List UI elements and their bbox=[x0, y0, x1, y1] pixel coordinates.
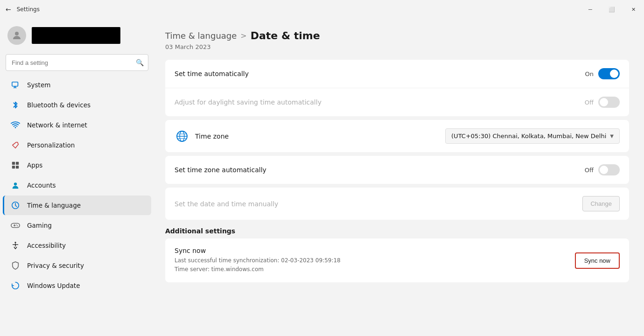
svg-point-0 bbox=[15, 32, 19, 35]
search-input[interactable] bbox=[6, 54, 148, 71]
sync-now-button[interactable]: Sync now bbox=[575, 252, 620, 269]
manual-time-card: Set the date and time manually Change bbox=[165, 188, 629, 220]
timezone-icon bbox=[175, 129, 189, 144]
accessibility-icon bbox=[10, 240, 21, 251]
svg-rect-5 bbox=[12, 162, 15, 165]
sidebar-item-label: Privacy & security bbox=[27, 262, 84, 269]
breadcrumb: Time & language > Date & time bbox=[165, 30, 629, 42]
app-title: Settings bbox=[17, 6, 40, 13]
daylight-saving-toggle[interactable] bbox=[598, 97, 620, 108]
breadcrumb-separator: > bbox=[240, 31, 246, 40]
sidebar-item-label: System bbox=[27, 81, 50, 89]
sync-last-sync: Last successful time synchronization: 02… bbox=[175, 256, 341, 265]
chevron-down-icon: ▼ bbox=[610, 133, 614, 139]
set-time-auto-toggle[interactable] bbox=[598, 68, 620, 79]
svg-rect-6 bbox=[16, 162, 19, 165]
sidebar-item-label: Gaming bbox=[27, 222, 52, 229]
minimize-button[interactable]: ─ bbox=[580, 0, 601, 19]
toggle-track bbox=[598, 68, 620, 79]
svg-rect-7 bbox=[12, 166, 15, 168]
daylight-saving-label: Adjust for daylight saving time automati… bbox=[175, 98, 322, 106]
timezone-dropdown[interactable]: (UTC+05:30) Chennai, Kolkata, Mumbai, Ne… bbox=[445, 128, 620, 144]
sidebar-item-label: Apps bbox=[27, 161, 42, 169]
personalization-icon bbox=[10, 140, 21, 150]
set-time-auto-toggle-label: On bbox=[585, 70, 594, 77]
gaming-icon bbox=[10, 220, 21, 231]
svg-point-14 bbox=[14, 242, 16, 243]
sync-info: Sync now Last successful time synchroniz… bbox=[175, 247, 341, 274]
sidebar-item-label: Windows Update bbox=[27, 282, 80, 289]
sidebar-item-label: Bluetooth & devices bbox=[27, 101, 91, 109]
set-time-auto-row: Set time automatically On bbox=[165, 60, 629, 88]
nav-list: System Bluetooth & devices bbox=[0, 75, 154, 296]
set-timezone-auto-card: Set time zone automatically Off bbox=[165, 156, 629, 184]
timezone-value: (UTC+05:30) Chennai, Kolkata, Mumbai, Ne… bbox=[451, 133, 606, 140]
avatar bbox=[7, 26, 26, 45]
sidebar-item-label: Accounts bbox=[27, 182, 56, 189]
set-timezone-toggle-label: Off bbox=[585, 167, 594, 174]
content-area: Time & language > Date & time 03 March 2… bbox=[154, 19, 644, 336]
manual-time-label: Set the date and time manually bbox=[175, 200, 278, 208]
sidebar-item-accounts[interactable]: Accounts bbox=[3, 175, 151, 195]
search-box: 🔍 bbox=[6, 54, 148, 71]
daylight-saving-toggle-label: Off bbox=[585, 99, 594, 106]
sidebar-item-bluetooth[interactable]: Bluetooth & devices bbox=[3, 95, 151, 115]
sync-server: Time server: time.windows.com bbox=[175, 265, 341, 274]
toggle-thumb bbox=[600, 166, 608, 174]
toggle-track bbox=[598, 97, 620, 108]
sidebar-item-apps[interactable]: Apps bbox=[3, 155, 151, 175]
set-timezone-auto-control: Off bbox=[585, 164, 620, 175]
sidebar-item-personalization[interactable]: Personalization bbox=[3, 135, 151, 155]
maximize-button[interactable]: ⬜ bbox=[601, 0, 623, 19]
set-time-auto-control: On bbox=[585, 68, 620, 79]
set-timezone-auto-label: Set time zone automatically bbox=[175, 166, 266, 174]
sidebar-item-system[interactable]: System bbox=[3, 75, 151, 95]
sidebar-item-privacy[interactable]: Privacy & security bbox=[3, 256, 151, 275]
toggle-thumb bbox=[610, 70, 618, 78]
sidebar-item-update[interactable]: Windows Update bbox=[3, 276, 151, 295]
sidebar-item-label: Personalization bbox=[27, 141, 75, 149]
daylight-saving-row: Adjust for daylight saving time automati… bbox=[165, 88, 629, 116]
svg-point-9 bbox=[14, 182, 17, 185]
window-controls: ─ ⬜ ✕ bbox=[580, 0, 644, 19]
search-icon: 🔍 bbox=[136, 59, 144, 66]
back-icon[interactable]: ← bbox=[6, 6, 11, 13]
breadcrumb-current: Date & time bbox=[251, 30, 320, 42]
page-date: 03 March 2023 bbox=[165, 43, 629, 50]
breadcrumb-parent[interactable]: Time & language bbox=[165, 31, 237, 41]
timezone-left: Time zone bbox=[175, 129, 229, 144]
sync-card: Sync now Last successful time synchroniz… bbox=[165, 238, 629, 282]
sync-title: Sync now bbox=[175, 247, 341, 254]
timezone-card: Time zone (UTC+05:30) Chennai, Kolkata, … bbox=[165, 120, 629, 152]
sidebar: 🔍 System Blu bbox=[0, 19, 154, 336]
toggle-track bbox=[598, 164, 620, 175]
close-button[interactable]: ✕ bbox=[623, 0, 644, 19]
svg-point-13 bbox=[17, 225, 18, 226]
manual-time-row: Set the date and time manually Change bbox=[165, 188, 629, 220]
change-button[interactable]: Change bbox=[582, 196, 620, 211]
svg-rect-2 bbox=[14, 87, 16, 88]
network-icon bbox=[10, 120, 21, 130]
toggle-thumb bbox=[600, 98, 608, 106]
profile-section bbox=[0, 19, 154, 52]
svg-point-12 bbox=[16, 224, 17, 225]
privacy-icon bbox=[10, 260, 21, 271]
bluetooth-icon bbox=[10, 100, 21, 110]
set-timezone-auto-toggle[interactable] bbox=[598, 164, 620, 175]
timezone-label: Time zone bbox=[195, 133, 229, 140]
update-icon bbox=[10, 280, 21, 291]
sidebar-item-accessibility[interactable]: Accessibility bbox=[3, 236, 151, 255]
set-timezone-auto-row: Set time zone automatically Off bbox=[165, 156, 629, 184]
svg-rect-3 bbox=[14, 87, 17, 88]
time-icon bbox=[10, 200, 21, 210]
svg-rect-8 bbox=[16, 166, 19, 168]
svg-rect-1 bbox=[12, 82, 18, 86]
system-icon bbox=[10, 80, 21, 90]
sidebar-item-gaming[interactable]: Gaming bbox=[3, 216, 151, 235]
svg-point-4 bbox=[15, 127, 16, 128]
daylight-saving-control: Off bbox=[585, 97, 620, 108]
titlebar: ← Settings ─ ⬜ ✕ bbox=[0, 0, 644, 19]
sidebar-item-network[interactable]: Network & internet bbox=[3, 115, 151, 135]
sidebar-item-label: Time & language bbox=[27, 202, 81, 209]
sidebar-item-time[interactable]: Time & language bbox=[3, 196, 151, 215]
